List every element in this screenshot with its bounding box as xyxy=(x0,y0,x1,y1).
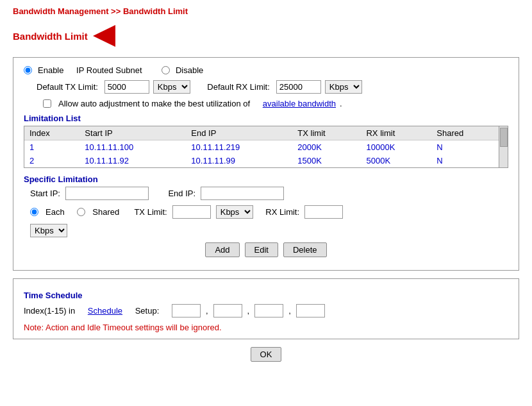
col-tx-limit: TX limit xyxy=(292,126,361,140)
each-radio[interactable] xyxy=(30,208,38,216)
enable-radio[interactable] xyxy=(24,66,32,74)
auto-adjust-checkbox[interactable] xyxy=(43,99,51,108)
rx-limit-input[interactable] xyxy=(304,205,343,219)
col-start-ip: Start IP xyxy=(79,126,186,140)
cell-start_ip: 10.11.11.92 xyxy=(79,154,186,167)
cell-shared: N xyxy=(431,154,499,167)
delete-button[interactable]: Delete xyxy=(283,242,327,257)
rx-limit-label: RX Limit: xyxy=(265,207,299,217)
page-title: Bandwidth Limit xyxy=(13,20,519,52)
disable-label: Disable xyxy=(176,65,203,75)
comma-2: , xyxy=(247,306,250,316)
ok-button[interactable]: OK xyxy=(251,347,282,362)
shared-label: Shared xyxy=(92,207,119,217)
main-section: Enable IP Routed Subnet Disable Default … xyxy=(13,57,519,271)
cell-tx_limit: 1500K xyxy=(292,154,361,167)
note-text: Note: Action and Idle Timeout settings w… xyxy=(24,323,508,332)
disable-radio[interactable] xyxy=(162,66,170,74)
ip-row: Start IP: End IP: xyxy=(30,187,508,200)
enable-row: Enable IP Routed Subnet Disable xyxy=(24,65,508,75)
default-tx-limit-input[interactable] xyxy=(104,80,149,94)
schedule-input-2[interactable] xyxy=(213,304,242,317)
start-ip-label: Start IP: xyxy=(30,189,60,198)
limitation-table-wrapper: Index Start IP End IP TX limit RX limit … xyxy=(24,126,508,168)
scrollbar-thumb xyxy=(500,128,508,147)
table-row[interactable]: 110.11.11.10010.11.11.2192000K10000KN xyxy=(24,140,499,155)
cell-shared: N xyxy=(431,140,499,155)
default-tx-limit-label: Default TX Limit: xyxy=(37,82,98,92)
schedule-input-1[interactable] xyxy=(172,304,201,317)
col-end-ip: End IP xyxy=(186,126,292,140)
cell-rx_limit: 5000K xyxy=(361,154,431,167)
schedule-row: Index(1-15) in Schedule Setup: , , , xyxy=(24,304,508,317)
cell-tx_limit: 2000K xyxy=(292,140,361,155)
add-button[interactable]: Add xyxy=(205,242,239,257)
ok-row: OK xyxy=(13,347,519,362)
tx-limit-label: TX Limit: xyxy=(134,207,167,217)
default-rx-limit-label: Default RX Limit: xyxy=(207,82,270,92)
rx-kbps-row: Kbps Mbps xyxy=(30,224,508,237)
action-buttons-row: Add Edit Delete xyxy=(24,242,508,257)
rx-kbps-select[interactable]: Kbps Mbps xyxy=(325,80,362,94)
comma-1: , xyxy=(206,306,208,316)
auto-adjust-label: Allow auto adjustment to make the best u… xyxy=(58,99,250,108)
limitation-table: Index Start IP End IP TX limit RX limit … xyxy=(24,126,499,167)
cell-end_ip: 10.11.11.219 xyxy=(186,140,292,155)
default-rx-limit-input[interactable] xyxy=(276,80,321,94)
red-arrow-icon xyxy=(93,20,151,52)
end-ip-input[interactable] xyxy=(201,187,284,200)
schedule-link[interactable]: Schedule xyxy=(88,306,122,316)
col-index: Index xyxy=(24,126,79,140)
limitation-list-title: Limitation List xyxy=(24,114,508,123)
index-label: Index(1-15) in xyxy=(24,306,75,316)
rx-limit-kbps-select[interactable]: Kbps Mbps xyxy=(30,224,67,237)
edit-button[interactable]: Edit xyxy=(245,242,278,257)
tx-limit-input[interactable] xyxy=(172,205,211,219)
setup-label: Setup: xyxy=(135,306,160,316)
col-shared: Shared xyxy=(431,126,499,140)
cell-index: 2 xyxy=(24,154,79,167)
schedule-input-3[interactable] xyxy=(254,304,283,317)
scrollbar[interactable] xyxy=(499,126,508,167)
page-title-text: Bandwidth Limit xyxy=(13,31,88,42)
specific-limitation-title: Specific Limitation xyxy=(24,174,508,184)
start-ip-input[interactable] xyxy=(65,187,149,200)
svg-marker-0 xyxy=(93,25,151,47)
cell-rx_limit: 10000K xyxy=(361,140,431,155)
auto-adjust-row: Allow auto adjustment to make the best u… xyxy=(43,99,508,108)
available-bandwidth-link[interactable]: available bandwidth xyxy=(263,99,336,108)
enable-label: Enable xyxy=(38,65,63,75)
comma-3: , xyxy=(288,306,291,316)
tx-limit-kbps-select[interactable]: Kbps Mbps xyxy=(216,205,253,219)
schedule-input-4[interactable] xyxy=(296,304,325,317)
shared-radio[interactable] xyxy=(77,208,85,216)
time-schedule-title: Time Schedule xyxy=(24,291,508,300)
col-rx-limit: RX limit xyxy=(361,126,431,140)
each-shared-row: Each Shared TX Limit: Kbps Mbps RX Limit… xyxy=(30,205,508,219)
tx-rx-limit-row: Default TX Limit: Kbps Mbps Default RX L… xyxy=(37,80,508,94)
table-row[interactable]: 210.11.11.9210.11.11.991500K5000KN xyxy=(24,154,499,167)
cell-end_ip: 10.11.11.99 xyxy=(186,154,292,167)
ip-routed-subnet-label: IP Routed Subnet xyxy=(76,65,142,75)
time-schedule-box: Time Schedule Index(1-15) in Schedule Se… xyxy=(13,278,519,339)
each-label: Each xyxy=(46,207,65,217)
breadcrumb: Bandwidth Management >> Bandwidth Limit xyxy=(13,6,519,16)
tx-kbps-select[interactable]: Kbps Mbps xyxy=(153,80,190,94)
cell-index: 1 xyxy=(24,140,79,155)
end-ip-label: End IP: xyxy=(168,189,195,198)
cell-start_ip: 10.11.11.100 xyxy=(79,140,186,155)
